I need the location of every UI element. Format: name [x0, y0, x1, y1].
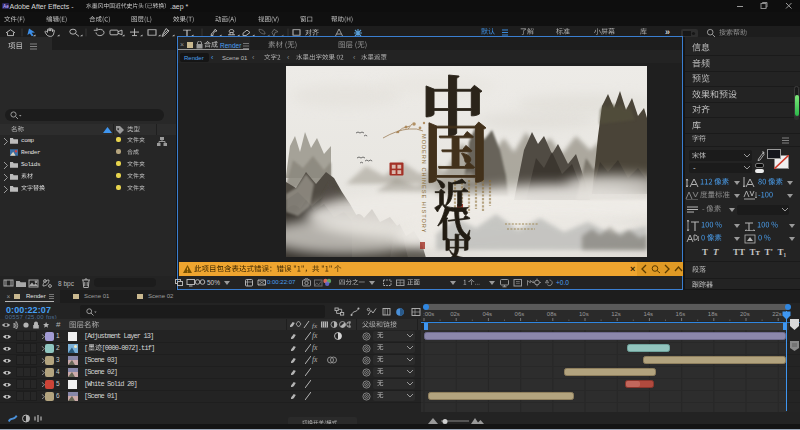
svg-text:fx: fx — [312, 322, 318, 330]
svg-text:MODERN CHINESE HISTORY: MODERN CHINESE HISTORY — [421, 134, 427, 234]
